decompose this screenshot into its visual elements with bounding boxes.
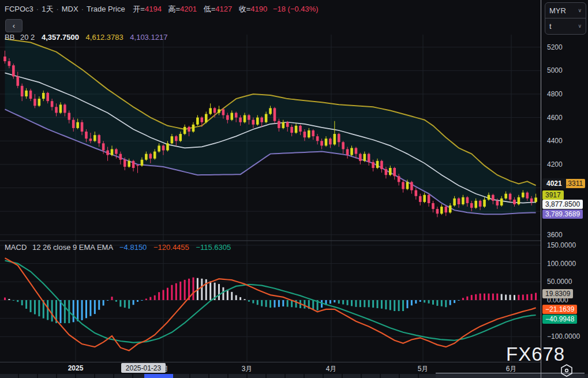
price-tick-label: 4800	[547, 90, 563, 98]
time-tick-label: 4月	[326, 364, 337, 374]
bb-params: 20 2	[20, 33, 35, 42]
separator-dot: ·	[56, 5, 58, 13]
macd-params: 12 26 close 9 EMA EMA	[32, 243, 113, 252]
price-axis[interactable]: 5200500048004600440042003600 150.0000100…	[541, 0, 588, 378]
price-tick-label: 4600	[547, 114, 563, 122]
hexagon-logo-icon	[559, 364, 575, 378]
symbol-header: FCPOc3·1天·MDX·Trade Price 开=4194 高=4201 …	[5, 4, 319, 14]
macd-tick-label: −100.0000	[547, 332, 580, 340]
macd-signal-value: −115.6305	[196, 243, 231, 252]
chevron-down-icon: ∨	[578, 23, 582, 29]
exchange-label: MDX	[62, 5, 78, 13]
chevron-down-icon: ∨	[578, 8, 582, 13]
open-value: 4194	[145, 5, 162, 13]
low-label: 低=	[204, 5, 216, 13]
macd-tick-label: 150.0000	[547, 241, 576, 249]
bb-lower-axis-badge: 3,789.3689	[542, 209, 583, 219]
price-tick-label: 4400	[547, 137, 563, 145]
high-value: 4201	[180, 5, 197, 13]
last-price-badge: 3917	[542, 190, 564, 200]
symbol-name[interactable]: FCPOc3	[5, 5, 33, 13]
currency-unit-selector: MYR ∨ t ∨	[545, 2, 586, 35]
bb-lower-value: 4,103.1217	[130, 33, 167, 42]
macd-line-axis-badge: −21.1639	[542, 305, 577, 314]
close-label: 收=	[239, 5, 251, 13]
time-tick-label: 2025	[68, 364, 84, 372]
macd-hist-axis-badge: 19.8309	[542, 289, 573, 298]
macd-legend[interactable]: MACD 12 26 close 9 EMA EMA −4.8150 −120.…	[5, 243, 231, 252]
bb-name: BB	[5, 33, 14, 42]
time-tick-label: 5月	[418, 364, 429, 374]
unit-dropdown[interactable]: t ∨	[545, 18, 586, 33]
bollinger-legend[interactable]: BB 20 2 4,357.7500 4,612.3783 4,103.1217	[5, 33, 167, 42]
bb-upper-value: 4,612.3783	[86, 33, 123, 42]
trading-chart-app: FCPOc3·1天·MDX·Trade Price 开=4194 高=4201 …	[0, 0, 588, 378]
scroll-highlight[interactable]	[144, 374, 173, 378]
change-value: −18 (−0.43%)	[273, 5, 319, 13]
macd-signal-axis-badge: −40.9948	[542, 315, 577, 324]
crosshair-date-badge: 2025-01-23	[121, 363, 166, 373]
macd-hist-value: −4.8150	[119, 243, 147, 252]
macd-tick-label: 50.0000	[547, 278, 572, 286]
low-value: 4127	[215, 5, 232, 13]
macd-tick-label: 100.0000	[547, 260, 576, 268]
high-label: 高=	[168, 5, 180, 13]
fx678-watermark: FX678	[506, 343, 565, 365]
macd-line-value: −120.4455	[153, 243, 189, 252]
macd-name: MACD	[5, 243, 27, 252]
price-tick-label: 5200	[547, 43, 563, 51]
main-chart-canvas[interactable]	[0, 0, 541, 378]
bb-basis-axis-badge: 3,877.8500	[542, 200, 583, 209]
bb-basis-value: 4,357.7500	[42, 33, 79, 42]
interval-label[interactable]: 1天	[42, 5, 53, 13]
price-tick-label: 4200	[547, 160, 563, 169]
price-type-label: Trade Price	[87, 5, 125, 13]
back-button[interactable]: ‹	[5, 19, 23, 32]
currency-value: MYR	[549, 6, 566, 15]
separator-dot: ·	[81, 5, 84, 13]
open-label: 开=	[133, 5, 145, 13]
chevron-left-icon: ‹	[13, 21, 15, 30]
close-value: 4190	[250, 5, 267, 13]
crosshair-price-badge: 4021	[542, 178, 566, 189]
time-tick-label: 3月	[242, 364, 253, 374]
currency-dropdown[interactable]: MYR ∨	[545, 3, 586, 18]
price-tick-label: 5000	[547, 66, 563, 74]
time-axis[interactable]: 20252月3月4月5月6月 2025-01-23	[0, 362, 541, 374]
separator-dot: ·	[36, 5, 39, 13]
price-tick-label: 3600	[547, 231, 563, 239]
unit-value: t	[549, 22, 552, 31]
